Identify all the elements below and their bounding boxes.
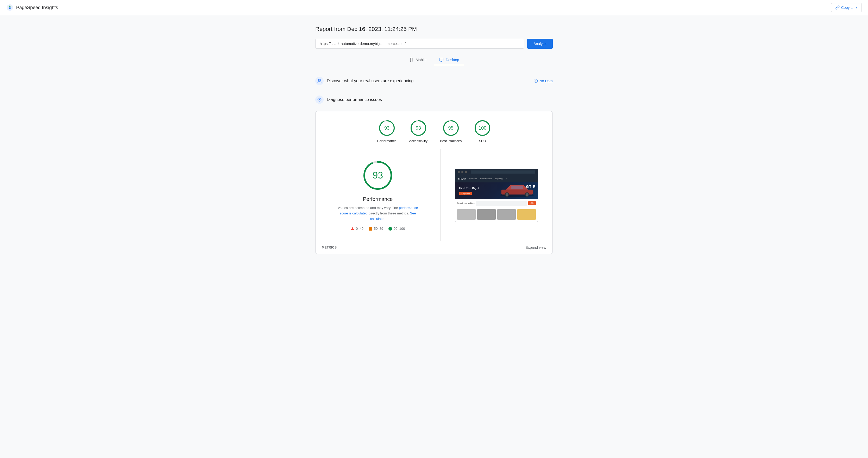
description-text-1: Values are estimated and may vary. The <box>338 206 398 210</box>
diagnose-icon-circle <box>315 96 323 104</box>
real-users-section: Discover what your real users are experi… <box>315 74 553 88</box>
users-icon <box>317 78 322 83</box>
screenshot-nav: SPARK Vehicles Performance Lighting ··· <box>455 175 538 183</box>
car-illustration <box>499 183 535 199</box>
real-users-title: Discover what your real users are experi… <box>327 78 413 83</box>
metrics-label: METRICS <box>322 246 337 249</box>
copy-link-label: Copy Link <box>841 5 857 10</box>
svg-point-3 <box>411 61 412 61</box>
site-brand: SPARK <box>458 177 466 180</box>
performance-label: Performance <box>377 139 397 143</box>
legend-average: 50–89 <box>369 227 383 231</box>
diagnose-title: Diagnose performance issues <box>327 97 382 102</box>
tab-mobile-label: Mobile <box>416 58 427 62</box>
performance-value: 93 <box>384 125 390 131</box>
screenshot-search-bar: Select your vehicle GO <box>455 199 538 207</box>
screenshot-preview: SPARK Vehicles Performance Lighting ··· … <box>455 169 538 222</box>
copy-link-button[interactable]: Copy Link <box>831 3 862 12</box>
pass-icon <box>389 227 392 231</box>
header: PageSpeed Insights Copy Link <box>0 0 868 15</box>
description-text-2: directly from these metrics. <box>368 211 409 215</box>
category-4 <box>517 209 536 220</box>
analyze-button[interactable]: Analyze <box>527 39 553 48</box>
search-input-preview <box>476 201 527 206</box>
big-performance-label: Performance <box>363 196 393 202</box>
tab-desktop-label: Desktop <box>446 58 459 62</box>
score-legend: 0–49 50–89 90–100 <box>351 227 405 231</box>
svg-point-23 <box>505 193 508 196</box>
svg-point-5 <box>318 79 320 81</box>
svg-rect-4 <box>439 58 443 61</box>
metrics-footer: METRICS Expand view <box>315 241 553 254</box>
hero-heading: Find The Right <box>459 187 479 190</box>
wrench-icon <box>317 97 322 102</box>
scores-row: 93 Performance 93 Accessibility <box>315 111 553 150</box>
detail-left: 93 Performance Values are estimated and … <box>315 150 440 241</box>
category-3 <box>497 209 516 220</box>
link-icon <box>835 5 840 10</box>
logo-container: PageSpeed Insights <box>6 4 58 11</box>
seo-value: 100 <box>478 125 486 131</box>
pagespeed-logo-icon <box>6 4 13 11</box>
scores-card: 93 Performance 93 Accessibility <box>315 111 553 254</box>
average-icon <box>369 227 372 231</box>
svg-rect-26 <box>511 186 523 189</box>
no-data-label: No Data <box>534 79 553 83</box>
score-item-seo: 100 SEO <box>474 120 491 143</box>
detail-section: 93 Performance Values are estimated and … <box>315 150 553 241</box>
best-practices-circle: 95 <box>442 120 459 136</box>
average-range: 50–89 <box>374 227 383 231</box>
search-go-btn: GO <box>528 201 535 205</box>
svg-point-9 <box>319 99 320 100</box>
mobile-icon <box>409 58 414 62</box>
score-item-best-practices: 95 Best Practices <box>440 120 462 143</box>
screenshot-categories <box>455 207 538 222</box>
svg-point-25 <box>526 193 528 196</box>
fail-range: 0–49 <box>356 227 364 231</box>
device-tabs: Mobile Desktop <box>315 55 553 65</box>
url-input[interactable] <box>315 39 524 48</box>
expand-view-button[interactable]: Expand view <box>526 246 546 250</box>
svg-point-1 <box>9 5 10 7</box>
score-item-performance: 93 Performance <box>377 120 397 143</box>
browser-dot-1 <box>458 171 460 173</box>
nav-performance: Performance <box>480 177 492 180</box>
nav-more: ··· <box>505 177 507 180</box>
tab-mobile[interactable]: Mobile <box>404 55 432 65</box>
seo-label: SEO <box>479 139 486 143</box>
app-title: PageSpeed Insights <box>16 5 58 10</box>
accessibility-label: Accessibility <box>409 139 428 143</box>
no-data-text: No Data <box>539 79 553 83</box>
info-icon <box>534 79 538 83</box>
legend-pass: 90–100 <box>389 227 405 231</box>
performance-circle: 93 <box>378 120 395 136</box>
browser-dot-3 <box>465 171 467 173</box>
category-2 <box>477 209 496 220</box>
best-practices-value: 95 <box>448 125 454 131</box>
main-content: Report from Dec 16, 2023, 11:24:25 PM An… <box>309 15 559 271</box>
score-item-accessibility: 93 Accessibility <box>409 120 428 143</box>
diagnose-section-header: Diagnose performance issues <box>315 92 553 107</box>
nav-vehicles: Vehicles <box>469 177 477 180</box>
accessibility-circle: 93 <box>410 120 427 136</box>
category-1 <box>457 209 476 220</box>
best-practices-label: Best Practices <box>440 139 462 143</box>
seo-circle: 100 <box>474 120 491 136</box>
browser-dot-2 <box>461 171 463 173</box>
fail-icon <box>351 227 354 230</box>
report-title: Report from Dec 16, 2023, 11:24:25 PM <box>315 26 553 33</box>
shop-now-btn: Shop Now <box>459 192 472 195</box>
big-performance-value: 93 <box>373 170 383 181</box>
browser-topbar <box>455 169 538 175</box>
legend-fail: 0–49 <box>351 227 364 231</box>
nav-lighting: Lighting <box>495 177 502 180</box>
tab-desktop[interactable]: Desktop <box>434 55 464 65</box>
detail-right: SPARK Vehicles Performance Lighting ··· … <box>440 150 553 241</box>
score-description: Values are estimated and may vary. The p… <box>334 205 422 222</box>
real-users-icon <box>315 77 323 85</box>
big-performance-circle: 93 <box>362 160 393 191</box>
svg-point-8 <box>535 81 536 82</box>
url-bar: Analyze <box>315 39 553 48</box>
accessibility-value: 93 <box>416 125 421 131</box>
screenshot-hero: GT-R Find The Right Shop Now <box>455 183 538 199</box>
